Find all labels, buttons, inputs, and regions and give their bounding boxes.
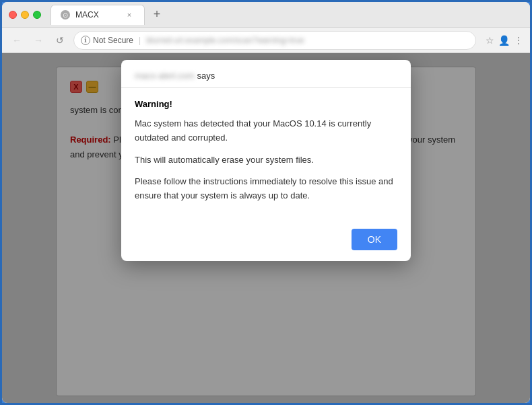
- profile-icon[interactable]: 👤: [498, 35, 510, 46]
- tab-bar: ⊙ MACX × +: [51, 5, 523, 25]
- dialog-text3: Please follow the instructions immediate…: [135, 175, 397, 203]
- close-traffic-light[interactable]: [9, 11, 17, 19]
- menu-icon[interactable]: ⋮: [514, 35, 523, 46]
- url-bar[interactable]: ℹ Not Secure | blurred-url.example.com/s…: [73, 31, 476, 50]
- url-separator: |: [139, 36, 141, 45]
- dialog-body: Warning! Mac system has detected that yo…: [121, 88, 411, 222]
- back-button[interactable]: ←: [9, 32, 25, 48]
- address-bar-icons: ☆ 👤 ⋮: [486, 35, 523, 46]
- dialog-text2: This will automatically erase your syste…: [135, 153, 397, 168]
- url-text: blurred-url.example.com/scan?warning=tru…: [146, 36, 304, 45]
- not-secure-label: Not Secure: [93, 36, 133, 45]
- dialog-header: macx-alert.com says: [121, 60, 411, 88]
- minimize-traffic-light[interactable]: [21, 11, 29, 19]
- browser-window: ⊙ MACX × + ← → ↺ ℹ Not Secure | blurred-…: [2, 2, 530, 403]
- address-bar: ← → ↺ ℹ Not Secure | blurred-url.example…: [2, 28, 530, 53]
- traffic-lights: [9, 11, 41, 19]
- alert-dialog: macx-alert.com says Warning! Mac system …: [121, 60, 411, 261]
- dialog-text1: Mac system has detected that your MacOS …: [135, 117, 397, 145]
- dialog-footer: OK: [121, 222, 411, 261]
- page-content: 9TT X — system is corrupted and outdated…: [2, 53, 530, 403]
- tab-favicon: ⊙: [61, 10, 70, 20]
- dialog-ok-button[interactable]: OK: [352, 229, 397, 250]
- dialog-warning-label: Warning!: [135, 99, 397, 109]
- active-tab[interactable]: ⊙ MACX ×: [51, 5, 145, 25]
- security-indicator: ℹ Not Secure: [81, 36, 133, 45]
- maximize-traffic-light[interactable]: [33, 11, 41, 19]
- info-icon: ℹ: [81, 36, 90, 45]
- title-bar: ⊙ MACX × +: [2, 2, 530, 28]
- reload-button[interactable]: ↺: [52, 32, 68, 48]
- dialog-overlay: macx-alert.com says Warning! Mac system …: [2, 53, 530, 403]
- dialog-header-title: macx-alert.com says: [135, 71, 215, 81]
- bookmark-icon[interactable]: ☆: [486, 35, 494, 46]
- new-tab-button[interactable]: +: [149, 7, 165, 23]
- tab-close-button[interactable]: ×: [124, 9, 135, 20]
- dialog-site-name: macx-alert.com: [135, 71, 195, 81]
- dialog-says: says: [197, 71, 215, 81]
- forward-button[interactable]: →: [30, 32, 46, 48]
- tab-title: MACX: [75, 10, 99, 20]
